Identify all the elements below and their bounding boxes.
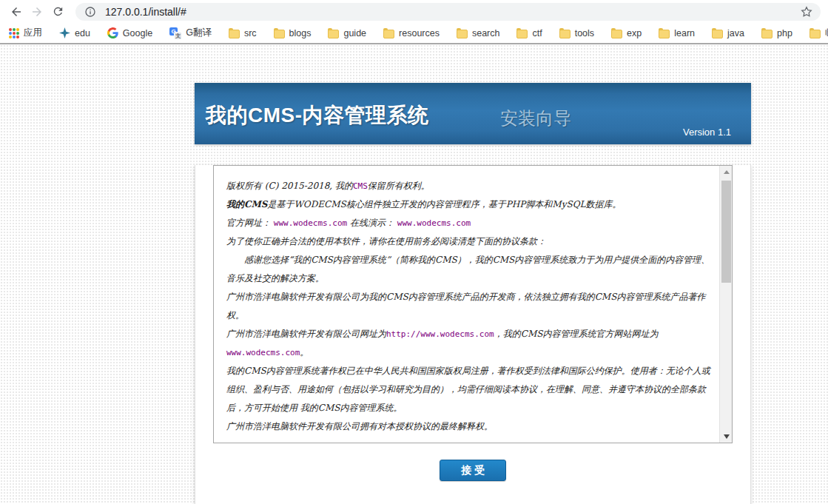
bookmark-item[interactable]: blogs xyxy=(274,28,312,38)
bookmark-label: G翻译 xyxy=(186,27,212,39)
edu-compass-icon xyxy=(59,27,70,38)
bookmark-star-icon[interactable] xyxy=(800,5,813,19)
bookmark-item[interactable]: guide xyxy=(328,28,366,38)
scrollbar[interactable] xyxy=(719,166,732,443)
google-logo-icon xyxy=(107,27,118,38)
site-info-icon[interactable] xyxy=(84,6,96,18)
folder-icon xyxy=(457,30,468,38)
bookmark-item[interactable]: ctf xyxy=(516,28,542,38)
bookmark-item[interactable]: edu xyxy=(59,27,90,38)
installer-header: 我的CMS-内容管理系统 安装向导 Version 1.1 xyxy=(195,83,751,144)
license-paragraph: 广州市浩洋电脑软件开发有限公司拥有对本授权协议的最终解释权。 xyxy=(226,417,715,436)
forward-button[interactable] xyxy=(27,1,47,22)
bookmark-label: exp xyxy=(627,28,642,38)
wizard-subtitle: 安装向导 xyxy=(500,107,571,130)
bookmark-label: blogs xyxy=(289,28,312,38)
url-text[interactable]: 127.0.0.1/install/# xyxy=(105,6,800,18)
reload-button[interactable] xyxy=(47,1,68,22)
folder-icon xyxy=(810,30,821,38)
bookmark-item[interactable]: exp xyxy=(611,28,642,38)
bookmark-item[interactable]: 应用 xyxy=(9,27,42,39)
bookmark-item[interactable]: learn xyxy=(659,28,695,38)
accept-button[interactable]: 接 受 xyxy=(440,460,506,481)
folder-icon xyxy=(659,30,670,38)
license-paragraph: 官方网址： www.wodecms.com 在线演示： www.wodecms.… xyxy=(226,214,715,232)
bookmark-item[interactable]: resources xyxy=(383,28,440,38)
bookmark-label: edu xyxy=(75,28,90,38)
bookmark-label: php xyxy=(777,28,792,38)
license-box: 版权所有 (C) 2015-2018, 我的CMS保留所有权利。我的CMS是基于… xyxy=(213,165,733,443)
license-paragraph: 广州市浩洋电脑软件开发有限公司网址为http://www.wodecms.com… xyxy=(226,325,715,362)
license-paragraph: 版权所有 (C) 2015-2018, 我的CMS保留所有权利。 xyxy=(226,177,715,195)
bookmark-item[interactable]: tools xyxy=(559,28,594,38)
back-button[interactable] xyxy=(6,1,27,22)
bookmark-item[interactable]: java xyxy=(712,28,744,38)
bookmark-item[interactable]: search xyxy=(457,28,500,38)
folder-icon xyxy=(516,30,528,38)
license-paragraph: 感谢您选择“我的CMS内容管理系统”（简称我的CMS），我的CMS内容管理系统致… xyxy=(226,251,715,288)
back-arrow-icon xyxy=(10,5,23,19)
bookmark-label: guide xyxy=(343,28,366,38)
bookmark-item[interactable]: G文 G翻译 xyxy=(169,27,212,39)
bookmark-label: search xyxy=(472,28,500,38)
bookmark-label: ctf xyxy=(532,28,542,38)
bookmark-item[interactable]: src xyxy=(229,28,257,38)
page-background: 我的CMS-内容管理系统 安装向导 Version 1.1 版权所有 (C) 2… xyxy=(0,44,828,503)
bookmark-label: src xyxy=(244,28,257,38)
bookmark-label: Google xyxy=(123,28,152,38)
license-text[interactable]: 版权所有 (C) 2015-2018, 我的CMS保留所有权利。我的CMS是基于… xyxy=(214,166,719,443)
bookmark-label: 应用 xyxy=(24,27,42,39)
folder-icon xyxy=(229,30,240,38)
address-bar[interactable]: 127.0.0.1/install/# xyxy=(75,3,821,21)
forward-arrow-icon xyxy=(30,5,44,19)
license-paragraph: 我的CMS内容管理系统著作权已在中华人民共和国国家版权局注册，著作权受到法律和国… xyxy=(226,362,715,417)
folder-icon xyxy=(559,30,570,38)
folder-icon xyxy=(712,30,723,38)
button-row: 接 受 xyxy=(195,460,750,481)
version-label: Version 1.1 xyxy=(683,127,731,138)
apps-grid-icon xyxy=(9,28,19,38)
folder-icon xyxy=(274,30,285,38)
reload-icon xyxy=(52,5,64,18)
license-paragraph: 我的CMS是基于WODECMS核心组件独立开发的内容管理程序，基于PHP脚本和M… xyxy=(226,195,715,214)
page-title: 我的CMS-内容管理系统 xyxy=(206,101,429,130)
folder-icon xyxy=(761,30,773,38)
bookmark-label: java xyxy=(727,28,744,38)
browser-toolbar: 127.0.0.1/install/# xyxy=(0,0,828,23)
license-paragraph: 为了使你正确并合法的使用本软件，请你在使用前务必阅读清楚下面的协议条款： xyxy=(226,232,715,251)
scroll-down-button[interactable] xyxy=(720,430,733,443)
bookmark-item[interactable]: Google xyxy=(107,27,152,38)
bookmark-label: tools xyxy=(575,28,594,38)
bookmark-label: resources xyxy=(399,28,440,38)
folder-icon xyxy=(383,30,394,38)
bookmark-item[interactable]: php xyxy=(761,28,792,38)
bookmark-item[interactable]: 临时 xyxy=(810,27,828,39)
bookmarks-bar: 应用 edu Google G文 G翻译 src blogs guide res… xyxy=(0,23,828,44)
folder-icon xyxy=(611,30,622,38)
installer-body: 版权所有 (C) 2015-2018, 我的CMS保留所有权利。我的CMS是基于… xyxy=(195,165,751,504)
bookmark-label: 临时 xyxy=(825,27,828,39)
folder-icon xyxy=(328,30,339,38)
license-paragraph: 广州市浩洋电脑软件开发有限公司为我的CMS内容管理系统产品的开发商，依法独立拥有… xyxy=(226,288,715,325)
bookmark-label: learn xyxy=(674,28,695,38)
installer-panel: 我的CMS-内容管理系统 安装向导 Version 1.1 版权所有 (C) 2… xyxy=(195,83,751,504)
scroll-thumb[interactable] xyxy=(721,181,731,283)
scroll-up-button[interactable] xyxy=(720,166,733,178)
translate-icon: G文 xyxy=(169,27,181,39)
